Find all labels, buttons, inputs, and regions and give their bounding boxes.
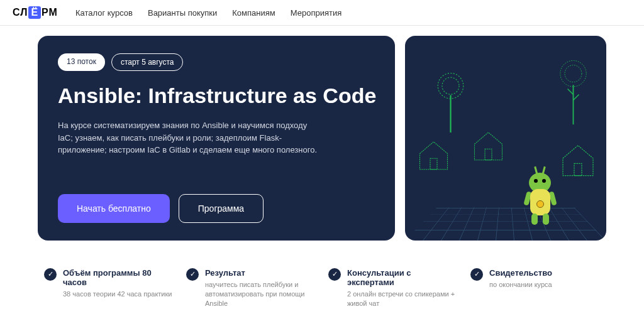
svg-point-1 — [442, 77, 459, 94]
nav-events[interactable]: Мероприятия — [291, 8, 342, 18]
main-container: 13 поток старт 5 августа Ansible: Infras… — [0, 26, 644, 314]
svg-point-0 — [438, 73, 464, 99]
feature-volume: ✓ Объём программы 80 часов 38 часов теор… — [44, 268, 174, 309]
feature-desc: по окончании курса — [489, 280, 552, 290]
logo-text: РМ — [42, 7, 58, 18]
svg-line-6 — [568, 89, 574, 95]
badge-stream: 13 поток — [58, 53, 105, 71]
grid-floor — [405, 207, 606, 241]
nav: Каталог курсов Варианты покупки Компания… — [75, 8, 341, 18]
hero-title: Ansible: Infrastructure as Code — [58, 84, 377, 108]
feature-title: Объём программы 80 часов — [63, 268, 174, 287]
feature-desc: 38 часов теории 42 часа практики — [63, 290, 174, 299]
tree-icon — [559, 58, 587, 133]
feature-title: Результат — [205, 268, 316, 278]
mascot — [521, 165, 559, 219]
nav-companies[interactable]: Компаниям — [232, 8, 275, 18]
logo[interactable]: СЛЁРМ — [13, 6, 58, 19]
check-icon: ✓ — [186, 268, 199, 281]
svg-point-4 — [565, 65, 582, 82]
scene — [405, 36, 606, 241]
check-icon: ✓ — [44, 268, 57, 281]
feature-title: Свидетельство — [489, 268, 552, 278]
program-button[interactable]: Программа — [179, 194, 264, 223]
svg-rect-9 — [485, 149, 492, 160]
logo-text: СЛ — [13, 7, 28, 18]
house-icon — [471, 127, 506, 161]
tree-icon — [436, 70, 465, 133]
header: СЛЁРМ Каталог курсов Варианты покупки Ко… — [0, 0, 644, 26]
house-icon — [416, 136, 451, 171]
hero-row: 13 поток старт 5 августа Ansible: Infras… — [38, 36, 606, 241]
feature-result: ✓ Результат научитесь писать плейбуки и … — [186, 268, 316, 309]
start-free-button[interactable]: Начать бесплатно — [58, 194, 170, 223]
svg-rect-10 — [574, 163, 582, 175]
svg-rect-8 — [430, 158, 437, 170]
nav-purchase[interactable]: Варианты покупки — [148, 8, 217, 18]
feature-consult: ✓ Консультации с экспертами 2 онлайн вст… — [328, 268, 458, 309]
badges: 13 поток старт 5 августа — [58, 53, 377, 71]
feature-title: Консультации с экспертами — [347, 268, 458, 287]
hero-illustration — [405, 36, 606, 241]
check-icon: ✓ — [328, 268, 341, 281]
feature-certificate: ✓ Свидетельство по окончании курса — [470, 268, 600, 309]
logo-accent: Ё — [28, 6, 41, 19]
nav-catalog[interactable]: Каталог курсов — [75, 8, 133, 18]
house-icon — [559, 139, 597, 177]
feature-desc: 2 онлайн встречи со спикерами + живой ча… — [347, 290, 458, 309]
svg-point-3 — [560, 61, 586, 87]
hero-card: 13 поток старт 5 августа Ansible: Infras… — [38, 36, 395, 241]
feature-desc: научитесь писать плейбуки и автоматизиро… — [205, 280, 316, 309]
svg-line-7 — [574, 95, 579, 100]
hero-buttons: Начать бесплатно Программа — [58, 194, 377, 223]
features-row: ✓ Объём программы 80 часов 38 часов теор… — [38, 256, 606, 309]
hero-description: На курсе систематизируем знания по Ansib… — [58, 119, 322, 156]
check-icon: ✓ — [470, 268, 483, 281]
badge-start: старт 5 августа — [111, 53, 184, 71]
